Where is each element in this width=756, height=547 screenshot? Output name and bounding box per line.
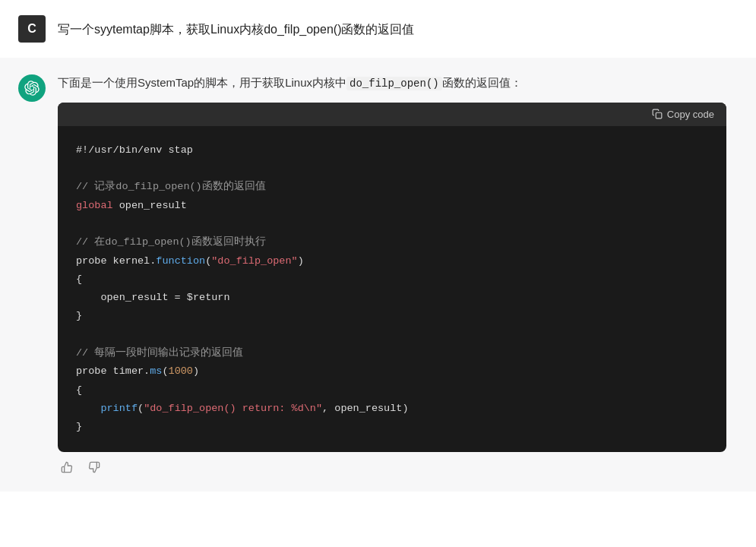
code-block-content: #!/usr/bin/env stap // 记录do_filp_open()函…: [58, 126, 726, 452]
code-line-brace3: {: [76, 381, 708, 400]
copy-code-button[interactable]: Copy code: [652, 109, 714, 120]
openai-logo-icon: [24, 81, 40, 96]
code-line-brace4: }: [76, 418, 708, 436]
thumbup-button[interactable]: [58, 458, 76, 476]
assistant-intro: 下面是一个使用SystemTap的脚本，用于获取Linux内核中do_filp_…: [58, 73, 726, 93]
code-line-comment3: // 每隔一段时间输出记录的返回值: [76, 344, 708, 362]
user-message: C 写一个syytemtap脚本，获取Linux内核do_filp_open()…: [0, 0, 756, 58]
svg-rect-0: [656, 113, 662, 119]
thumbdown-button[interactable]: [85, 458, 103, 476]
assistant-content: 下面是一个使用SystemTap的脚本，用于获取Linux内核中do_filp_…: [58, 73, 726, 476]
code-line-brace1: {: [76, 270, 708, 289]
code-line-blank1: [76, 160, 708, 178]
user-avatar: C: [18, 15, 46, 43]
code-block-header: Copy code: [58, 103, 726, 126]
thumbup-icon: [61, 461, 73, 473]
code-line-comment2: // 在do_filp_open()函数返回时执行: [76, 233, 708, 251]
copy-icon: [652, 109, 663, 119]
code-line-assign: open_result = $return: [76, 289, 708, 307]
code-line-global: global open_result: [76, 197, 708, 215]
code-line-probe2: probe timer.ms(1000): [76, 362, 708, 381]
assistant-message: 下面是一个使用SystemTap的脚本，用于获取Linux内核中do_filp_…: [0, 58, 756, 492]
assistant-actions: [58, 458, 726, 476]
code-line-blank2: [76, 215, 708, 233]
code-line-blank3: [76, 326, 708, 344]
code-line-printf: printf("do_filp_open() return: %d\n", op…: [76, 400, 708, 418]
code-line-shebang: #!/usr/bin/env stap: [76, 141, 708, 160]
user-message-text: 写一个syytemtap脚本，获取Linux内核do_filp_open()函数…: [58, 15, 414, 40]
assistant-avatar: [18, 74, 46, 102]
code-block-wrapper: Copy code #!/usr/bin/env stap // 记录do_fi…: [58, 103, 726, 452]
code-line-brace2: }: [76, 307, 708, 325]
chat-container: C 写一个syytemtap脚本，获取Linux内核do_filp_open()…: [0, 0, 756, 492]
code-line-comment1: // 记录do_filp_open()函数的返回值: [76, 178, 708, 196]
thumbdown-icon: [88, 461, 100, 473]
code-line-probe1: probe kernel.function("do_filp_open"): [76, 252, 708, 270]
